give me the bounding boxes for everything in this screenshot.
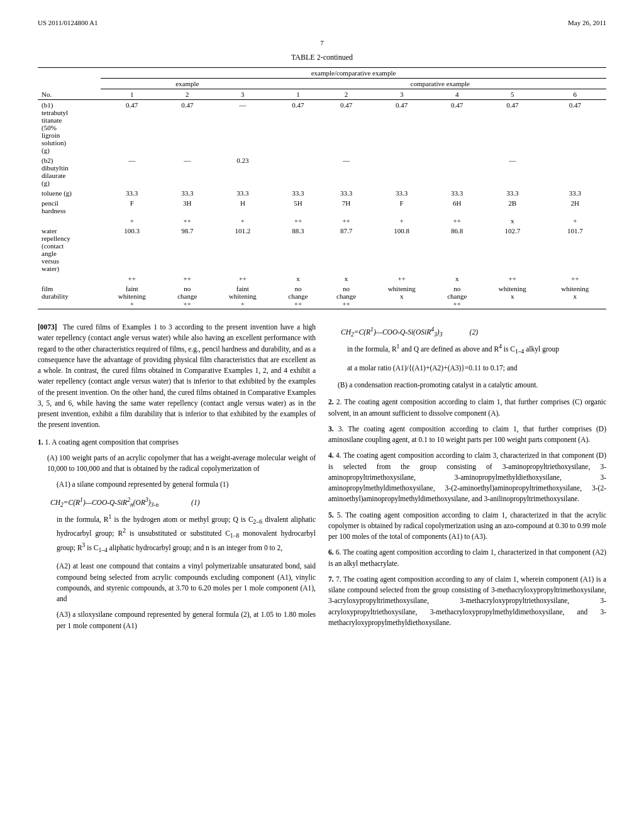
table-row: waterrepellency(contactangleversuswater)… (38, 226, 606, 274)
claim-1-b: (B) a condensation reaction-promoting ca… (338, 380, 606, 390)
claim-4: 4. 4. The coating agent composition acco… (328, 450, 606, 504)
table-row: filmdurability faintwhitening+ nochange+… (38, 284, 606, 309)
table-row: + ++ + ++ ++ + ++ x + (38, 216, 606, 226)
table-row: (b2)dibutyltindilaurate(g) — — 0.23 — — (38, 155, 606, 188)
col-header-top: example/comparative example (311, 69, 396, 77)
para-tag: [0073] (38, 323, 63, 331)
table-row: toluene (g) 33.3 33.3 33.3 33.3 33.3 33.… (38, 188, 606, 198)
col-group1: example (175, 80, 199, 87)
para-text: The cured films of Examples 1 to 3 accor… (38, 323, 316, 428)
col-group2: comparative example (411, 80, 470, 87)
claim-1-a2: (A2) at least one compound that contains… (57, 561, 316, 604)
claim-7: 7. 7. The coating agent composition acco… (328, 574, 606, 628)
formula-2: CH2=C(R1)—COO-Q-Si(OSiR43)3 (2) (341, 325, 606, 339)
claim-1-intro: 1. 1. A coating agent composition that c… (38, 437, 316, 448)
page-num: 7 (320, 39, 324, 47)
claim-1-a1: (A1) a silane compound represented by ge… (57, 479, 316, 490)
claim-5: 5. 5. The coating agent composition acco… (328, 510, 606, 543)
patent-date: May 26, 2011 (568, 19, 606, 26)
table-row: (b1)tetrabutyltitanate(50%ligroinsolutio… (38, 100, 606, 156)
table-row: pencilhardness F 3H H 5H 7H F 6H 2B 2H (38, 198, 606, 216)
claim-1-ratio: at a molar ratio (A1)/{(A1)+(A2)+(A3)}=0… (347, 363, 606, 374)
claim-2: 2. 2. The coating agent composition acco… (328, 397, 606, 419)
data-table: example/comparative example example comp… (38, 67, 606, 309)
table-title: TABLE 2-continued (291, 53, 353, 62)
claim-3: 3. 3. The coating agent composition acco… (328, 424, 606, 446)
claim-1-a: (A) 100 weight parts of an acrylic copol… (47, 453, 316, 475)
formula-2-desc: in the formula, R1 and Q are defined as … (347, 342, 606, 356)
patent-number: US 2011/0124800 A1 (38, 19, 98, 26)
formula-1: CH2=C(R1)—COO-Q-SiR2n(OR3)3-n (1) (50, 495, 316, 509)
claim-1-a3: (A3) a siloxysilane compound represented… (57, 609, 316, 631)
formula-1-desc: in the formula, R1 is the hydrogen atom … (57, 512, 316, 555)
paragraph-073: [0073] The cured films of Examples 1 to … (38, 322, 316, 431)
claim-6: 6. 6. The coating agent composition acco… (328, 547, 606, 569)
table-row: ++ ++ ++ x x ++ x ++ ++ (38, 274, 606, 284)
